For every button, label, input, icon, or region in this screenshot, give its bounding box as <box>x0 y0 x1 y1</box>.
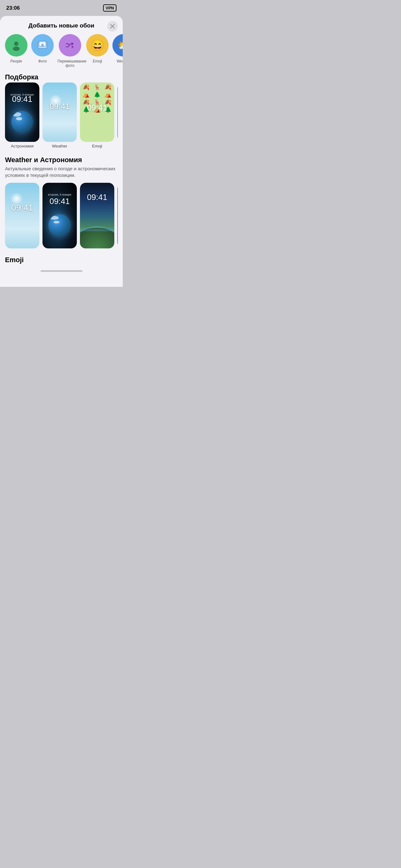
status-bar: 23:06 VPN <box>0 0 123 15</box>
weather-card-space[interactable]: вторник, 9 января 09:41 <box>42 183 77 248</box>
emoji-grid-item: 🌲 <box>92 91 102 98</box>
photo-icon <box>37 39 48 51</box>
svg-point-4 <box>41 44 44 46</box>
space2-bg: вторник, 9 января 09:41 <box>42 183 77 248</box>
card-time-space2: 09:41 <box>42 196 77 206</box>
featured-card-emoji[interactable]: 🍂 🦌 🍂 ⛺ 🌲 ⛺ 🍂 🦌 🍂 🌲 ⛺ 🌲 09:41 <box>80 83 114 148</box>
featured-title: Подборка <box>5 73 118 81</box>
emoji-grid-item: ⛺ <box>103 91 113 98</box>
astronomy-bg: вторник, 9 января 09:41 <box>5 83 39 142</box>
category-label-people: People <box>10 59 22 63</box>
weather-card-partial[interactable] <box>118 183 118 248</box>
featured-cards-row: вторник, 9 января 09:41 Астрономия 09:41… <box>5 83 118 148</box>
partial-bg <box>118 83 118 142</box>
earth-ball-astronomy <box>11 111 33 133</box>
weather-card-horizon[interactable]: 09:41 <box>80 183 114 248</box>
earth-ball2 <box>48 214 71 237</box>
emoji-section-title: Emoji <box>0 256 123 264</box>
close-icon <box>110 24 114 28</box>
home-indicator <box>41 270 82 272</box>
category-item-emoji[interactable]: 😄 Emoji <box>86 34 109 68</box>
featured-card-weather[interactable]: 09:41 Weather <box>42 83 77 148</box>
card-label-astronomy: Астрономия <box>5 144 39 148</box>
card-date-space2: вторник, 9 января <box>42 193 77 196</box>
card-time-astronomy: 09:41 <box>5 94 39 104</box>
featured-card-astronomy[interactable]: вторник, 9 января 09:41 Астрономия <box>5 83 39 148</box>
category-label-shuffle: Перемешивание фото <box>58 59 82 68</box>
emoji-grid-item: 🍂 <box>103 84 113 91</box>
weather-card-sky[interactable]: 09:41 <box>5 183 39 248</box>
svg-point-1 <box>13 46 20 51</box>
vpn-badge: VPN <box>103 4 116 11</box>
featured-card-partial[interactable] <box>118 83 118 148</box>
status-time: 23:06 <box>6 5 20 11</box>
weather-cloud-icon: ⛅ <box>118 39 123 51</box>
close-button[interactable] <box>107 21 118 32</box>
card-time-weather: 09:41 <box>42 101 77 111</box>
category-label-emoji: Emoji <box>93 59 102 63</box>
card-label-weather: Weather <box>42 144 77 148</box>
sheet-header: Добавить новые обои <box>0 16 123 34</box>
card-time-emoji: 09:41 <box>80 102 114 112</box>
category-circle-shuffle <box>59 34 81 57</box>
bottom-sheet: Добавить новые обои People <box>0 16 123 287</box>
category-circle-emoji: 😄 <box>86 34 109 57</box>
person-icon <box>10 39 22 51</box>
weather-section-subtitle: Актуальные сведения о погоде и астрономи… <box>5 165 118 178</box>
category-item-weather[interactable]: ⛅ Weather <box>112 34 123 68</box>
category-circle-weather: ⛅ <box>112 34 123 57</box>
atmosphere-glow <box>80 226 114 231</box>
weather-cards-row: 09:41 вторник, 9 января 09:41 <box>5 183 118 248</box>
sky-bg: 09:41 <box>5 183 39 248</box>
weather-section: Weather и Астрономия Актуальные сведения… <box>0 156 123 248</box>
sheet-title: Добавить новые обои <box>28 22 94 29</box>
category-circle-photo <box>31 34 54 57</box>
emoji-grid-item: 🦌 <box>92 84 102 91</box>
emoji-face-icon: 😄 <box>91 39 105 52</box>
category-item-shuffle[interactable]: Перемешивание фото <box>58 34 82 68</box>
category-label-photo: Фото <box>38 59 47 63</box>
category-row: People Фото Перемешивание <box>0 34 123 73</box>
emoji-bg: 🍂 🦌 🍂 ⛺ 🌲 ⛺ 🍂 🦌 🍂 🌲 ⛺ 🌲 09:41 <box>80 83 114 142</box>
category-item-people[interactable]: People <box>5 34 28 68</box>
category-circle-people <box>5 34 28 57</box>
emoji-grid-item: ⛺ <box>81 91 92 98</box>
emoji-grid-item: 🍂 <box>81 84 92 91</box>
category-label-weather: Weather <box>116 59 123 63</box>
featured-section: Подборка вторник, 9 января 09:41 Астроно… <box>0 73 123 148</box>
weather-bg: 09:41 <box>42 83 77 142</box>
partial2-bg <box>118 183 118 248</box>
category-item-photo[interactable]: Фото <box>31 34 54 68</box>
svg-point-0 <box>14 41 19 46</box>
weather-section-title: Weather и Астрономия <box>5 156 118 164</box>
shuffle-icon <box>64 39 76 51</box>
card-time-sky: 09:41 <box>5 203 39 213</box>
horizon-bg: 09:41 <box>80 183 114 248</box>
card-label-emoji: Emoji <box>80 144 114 148</box>
card-time-horizon: 09:41 <box>80 192 114 202</box>
